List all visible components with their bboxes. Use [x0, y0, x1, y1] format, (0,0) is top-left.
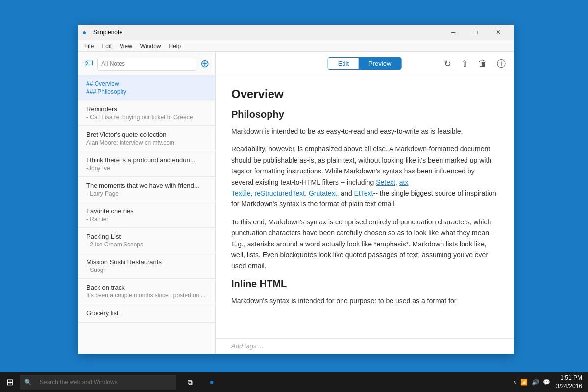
app-icon: ●: [82, 28, 90, 36]
note-preview: It's been a couple months since I posted…: [86, 292, 207, 299]
list-item[interactable]: ## Overview ### Philosophy: [78, 75, 215, 100]
add-tags[interactable]: Add tags ...: [231, 343, 264, 350]
time-display: 1:51 PM: [556, 374, 582, 382]
info-icon: ⓘ: [497, 59, 506, 69]
link-restructuredtext[interactable]: reStructuredText: [254, 189, 305, 197]
note-preview: -Jony Ive: [86, 165, 207, 172]
note-title: Back on track: [86, 284, 207, 291]
taskbar: ⊞ 🔍 ⧉ ● ∧ 📶 🔊 💬 1:51 PM 3/24/2016: [0, 372, 588, 392]
date-display: 3/24/2016: [556, 382, 582, 391]
app-window: ● Simplenote ─ □ ✕ File Edit View Window…: [78, 24, 514, 354]
note-preview: Alan Moore: interview on mtv.com: [86, 139, 207, 146]
link-setext[interactable]: Setext: [376, 178, 395, 186]
link-ettext[interactable]: EtText: [354, 189, 373, 197]
clock: 1:51 PM 3/24/2016: [556, 374, 582, 391]
note-title: Mission Sushi Restaurants: [86, 258, 207, 266]
menu-help[interactable]: Help: [165, 42, 185, 50]
note-title: Favorite cherries: [86, 207, 207, 215]
list-item[interactable]: Favorite cherries - Rainier: [78, 202, 215, 228]
menu-window[interactable]: Window: [136, 42, 165, 50]
share-icon: ⇧: [461, 59, 468, 69]
app-content: 🏷 ⊕ ## Overview ### Philosophy Reminders…: [78, 52, 514, 354]
edit-button[interactable]: Edit: [328, 58, 359, 69]
window-title: Simplenote: [93, 29, 442, 36]
list-item[interactable]: The moments that we have with friend... …: [78, 177, 215, 202]
search-bar: 🔍: [20, 375, 176, 390]
toolbar-actions: ↻ ⇧ 🗑 ⓘ: [444, 58, 506, 70]
note-title: Grocery list: [86, 309, 207, 317]
windows-icon: ⊞: [6, 377, 14, 388]
note-heading-3: Inline HTML: [231, 278, 498, 290]
history-icon: ↻: [444, 59, 451, 69]
delete-button[interactable]: 🗑: [478, 58, 487, 70]
list-item[interactable]: I think there is a profound and enduri..…: [78, 151, 215, 177]
list-item[interactable]: Mission Sushi Restaurants - Suogi: [78, 253, 215, 279]
window-titlebar: ● Simplenote ─ □ ✕: [78, 24, 514, 40]
list-item[interactable]: Packing List - 2 Ice Cream Scoops: [78, 228, 215, 253]
note-preview: ### Philosophy: [86, 88, 207, 95]
link-grutatext[interactable]: Grutatext: [309, 189, 337, 197]
new-note-button[interactable]: ⊕: [200, 57, 209, 70]
comma3: ,: [305, 189, 309, 197]
tag-icon: 🏷: [84, 58, 93, 69]
close-button[interactable]: ✕: [487, 24, 510, 40]
note-heading-1: Overview: [231, 87, 498, 101]
network-icon: 📶: [520, 379, 528, 386]
task-view-button[interactable]: ⧉: [180, 372, 200, 392]
note-title: The moments that we have with friend...: [86, 182, 207, 189]
window-controls: ─ □ ✕: [442, 24, 510, 40]
minimize-button[interactable]: ─: [442, 24, 465, 40]
list-item[interactable]: Bret Victor's quote collection Alan Moor…: [78, 126, 215, 151]
main-content: Edit Preview ↻ ⇧ 🗑: [216, 52, 514, 354]
menu-edit[interactable]: Edit: [98, 42, 116, 50]
menu-view[interactable]: View: [116, 42, 136, 50]
simplenote-taskbar-button[interactable]: ●: [202, 372, 221, 392]
comma1: ,: [395, 178, 399, 186]
share-button[interactable]: ⇧: [461, 58, 468, 70]
notes-list: ## Overview ### Philosophy Reminders - C…: [78, 75, 215, 354]
chevron-icon[interactable]: ∧: [513, 380, 516, 385]
edit-preview-toggle: Edit Preview: [328, 57, 402, 70]
list-item[interactable]: Grocery list: [78, 304, 215, 323]
note-paragraph-2: Readability, however, is emphasized abov…: [231, 144, 498, 209]
note-footer: Add tags ...: [216, 338, 514, 354]
start-button[interactable]: ⊞: [0, 372, 20, 392]
toolbar-inner: Edit Preview ↻ ⇧ 🗑: [223, 58, 506, 70]
volume-icon: 🔊: [532, 379, 539, 386]
sidebar: 🏷 ⊕ ## Overview ### Philosophy Reminders…: [78, 52, 216, 354]
note-title: Reminders: [86, 105, 207, 113]
preview-button[interactable]: Preview: [359, 58, 401, 69]
info-button[interactable]: ⓘ: [497, 58, 506, 70]
link-textile[interactable]: Textile: [231, 189, 251, 197]
taskbar-icons: ⧉ ●: [176, 372, 225, 392]
simplenote-taskbar-icon: ●: [209, 378, 214, 387]
list-item[interactable]: Reminders - Call Lisa re: buying our tic…: [78, 100, 215, 126]
menu-file[interactable]: File: [80, 42, 98, 50]
note-preview: - Larry Page: [86, 190, 207, 197]
maximize-button[interactable]: □: [465, 24, 487, 40]
note-paragraph-3: To this end, Markdown's syntax is compri…: [231, 217, 498, 271]
trash-icon: 🗑: [478, 58, 487, 68]
link-atx[interactable]: atx: [399, 178, 409, 186]
menu-bar: File Edit View Window Help: [78, 40, 514, 52]
para2-text: Readability, however, is emphasized abov…: [231, 145, 491, 186]
note-heading-2: Philosophy: [231, 109, 498, 120]
history-button[interactable]: ↻: [444, 58, 451, 70]
search-input[interactable]: [97, 57, 196, 71]
main-toolbar: Edit Preview ↻ ⇧ 🗑: [216, 52, 514, 75]
note-title: ## Overview: [86, 80, 207, 87]
taskbar-search-input[interactable]: [40, 379, 157, 386]
list-item[interactable]: Back on track It's been a couple months …: [78, 279, 215, 304]
note-preview: - Call Lisa re: buying our ticket to Gre…: [86, 114, 207, 121]
sidebar-header: 🏷 ⊕: [78, 52, 215, 75]
note-paragraph-1: Markdown is intended to be as easy-to-re…: [231, 126, 498, 137]
note-paragraph-4: Markdown's syntax is intended for one pu…: [231, 295, 498, 306]
search-icon: 🔍: [24, 379, 32, 386]
note-preview: - Rainier: [86, 216, 207, 222]
taskbar-right: ∧ 📶 🔊 💬 1:51 PM 3/24/2016: [513, 374, 588, 391]
note-title: Bret Victor's quote collection: [86, 131, 207, 138]
note-title: I think there is a profound and enduri..…: [86, 156, 207, 164]
note-body: Overview Philosophy Markdown is intended…: [216, 75, 514, 338]
note-preview: - 2 Ice Cream Scoops: [86, 241, 207, 248]
systray: ∧ 📶 🔊 💬: [513, 379, 550, 386]
